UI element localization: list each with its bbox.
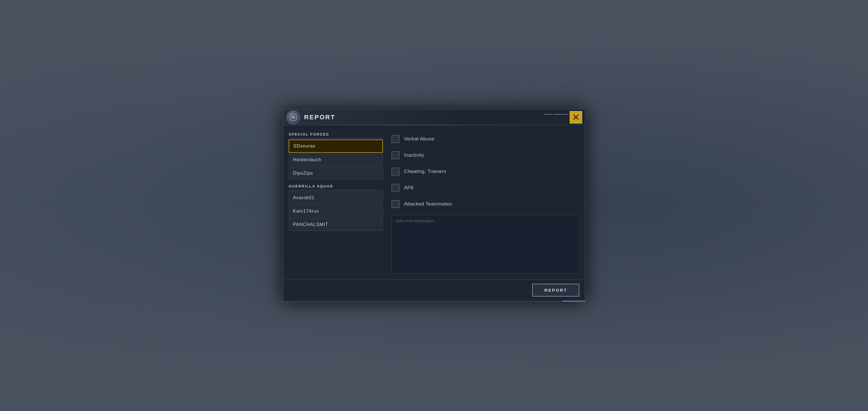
player-name: Heldenlauch (293, 157, 321, 162)
checkbox-inactivity[interactable] (392, 151, 399, 159)
checkbox-cheating[interactable] (392, 167, 399, 176)
squad-label-special-forces: SPECIAL FORCES (289, 131, 383, 138)
checkbox-afk[interactable] (392, 184, 399, 192)
reason-inactivity-row: Inactivity (392, 147, 579, 163)
deco-line-2 (553, 114, 562, 115)
player-item-kain174rus[interactable]: Kain174rus (289, 205, 383, 218)
label-verbal-abuse: Verbal Abuse (404, 136, 434, 142)
player-item-dipszips[interactable]: DipsZips (289, 167, 383, 180)
label-inactivity: Inactivity (404, 152, 424, 158)
squad-label-guerrilla: GUERRILLA SQUAD (289, 183, 383, 190)
report-button[interactable]: REPORT (532, 284, 579, 296)
deco-line-1 (544, 114, 553, 115)
reason-verbal-abuse-row: Verbal Abuse (392, 131, 579, 147)
label-cheating: Cheating, Trainers (404, 169, 446, 175)
bottom-bar: REPORT (283, 279, 585, 301)
close-button[interactable] (569, 111, 582, 124)
logo-inner (289, 113, 297, 121)
player-item-heldenlauch[interactable]: Heldenlauch (289, 154, 383, 166)
player-name: Avarok01 (293, 195, 314, 200)
label-afk: AFK (404, 185, 414, 191)
logo-icon (286, 110, 300, 124)
report-options: Verbal Abuse Inactivity Cheating, Traine… (392, 131, 579, 274)
scrollbar-decoration (283, 301, 585, 302)
additional-info-textarea[interactable] (392, 215, 579, 274)
player-name: DipsZips (293, 171, 313, 176)
player-list: SPECIAL FORCES SDsourav Heldenlauch Dips… (289, 131, 383, 274)
reason-attacked-teammates-row: Attacked Teammates (392, 196, 579, 212)
reason-afk-row: AFK (392, 180, 579, 196)
reason-cheating-row: Cheating, Trainers (392, 163, 579, 180)
report-dialog: REPORT SPECIAL FORCES SDsourav Heldenlau… (283, 109, 585, 302)
checkbox-verbal-abuse[interactable] (392, 135, 399, 143)
checkbox-attacked-teammates[interactable] (392, 200, 399, 208)
player-name: SDsourav (293, 144, 315, 149)
deco-line-3 (563, 114, 568, 115)
player-item-avarok01[interactable]: Avarok01 (289, 191, 383, 204)
player-name: PANCHALSMIT (293, 222, 328, 227)
player-item-sdsourav[interactable]: SDsourav (289, 139, 383, 153)
player-name: Kain174rus (293, 209, 319, 214)
title-decoration (544, 114, 568, 115)
dialog-title: REPORT (304, 114, 336, 121)
title-bar: REPORT (283, 109, 585, 125)
label-attacked-teammates: Attacked Teammates (404, 201, 452, 207)
player-item-panchalsmit[interactable]: PANCHALSMIT (289, 218, 383, 231)
dialog-content: SPECIAL FORCES SDsourav Heldenlauch Dips… (283, 125, 585, 279)
